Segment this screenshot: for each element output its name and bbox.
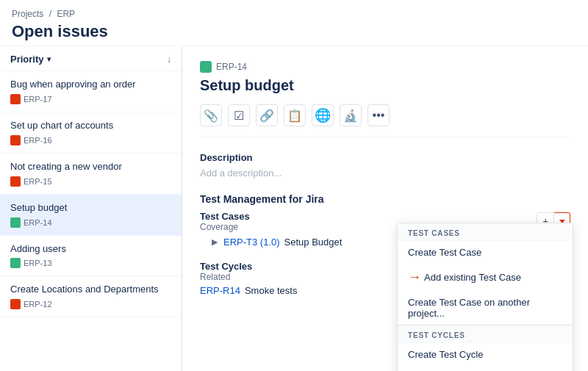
issue-badge-red: [10, 94, 21, 104]
list-item[interactable]: Set up chart of accounts ERP-16: [0, 112, 182, 154]
breadcrumb-projects[interactable]: Projects: [12, 9, 43, 19]
test-cycles-section-header: TEST CYCLES: [398, 325, 573, 343]
create-test-case-item[interactable]: Create Test Case: [398, 241, 573, 264]
issue-badge-red: [10, 299, 21, 309]
dropdown-menu: TEST CASES Create Test Case → Add existi…: [397, 223, 573, 371]
description-label: Description: [200, 152, 570, 163]
list-item-active[interactable]: Setup budget ERP-14: [0, 195, 182, 236]
doc-icon[interactable]: 📋: [284, 104, 306, 126]
link-icon[interactable]: 🔗: [256, 104, 278, 126]
list-item[interactable]: Create Locations and Departments ERP-12: [0, 276, 182, 317]
issue-list: Priority ▾ ↓ Bug when approving an order…: [0, 46, 182, 371]
issue-detail-title: Setup budget: [200, 77, 570, 94]
toolbar: 📎 ☑ 🔗 📋 🌐 🔬 •••: [200, 104, 570, 137]
issue-name: Setup budget: [10, 202, 171, 215]
issue-id-row: ERP-15: [10, 176, 171, 187]
issue-id: ERP-13: [24, 259, 52, 267]
app-container: Projects / ERP Open issues Priority ▾ ↓ …: [0, 0, 588, 371]
issue-name: Adding users: [10, 243, 171, 256]
page-title: Open issues: [12, 22, 576, 41]
issue-id: ERP-16: [24, 136, 52, 145]
test-cases-label: Test Cases: [200, 211, 537, 222]
add-existing-test-cycle-item[interactable]: → Add existing Test Cycle: [398, 366, 573, 371]
issue-id-row: ERP-17: [10, 94, 171, 104]
main-content: Priority ▾ ↓ Bug when approving an order…: [0, 46, 588, 371]
issue-badge-red: [10, 176, 21, 187]
test-case-name: Setup Budget: [284, 237, 343, 248]
more-icon[interactable]: •••: [368, 104, 390, 126]
test-cases-section-header: TEST CASES: [398, 223, 573, 241]
create-test-case-another-item[interactable]: Create Test Case on another project...: [398, 291, 573, 325]
issue-id: ERP-14: [24, 218, 52, 227]
issue-name: Not creating a new vendor: [10, 161, 171, 173]
breadcrumb-project[interactable]: ERP: [57, 9, 75, 19]
attachment-icon[interactable]: 📎: [200, 104, 222, 126]
issue-id-row: ERP-16: [10, 135, 171, 145]
description-placeholder[interactable]: Add a description...: [200, 168, 570, 179]
list-header: Priority ▾ ↓: [0, 46, 182, 71]
issue-name: Create Locations and Departments: [10, 284, 171, 296]
user-icon[interactable]: 🌐: [312, 104, 334, 126]
list-item[interactable]: Bug when approving an order ERP-17: [0, 71, 182, 112]
add-existing-test-case-item[interactable]: → Add existing Test Case: [398, 264, 573, 291]
issue-badge-red: [10, 135, 21, 145]
issue-name: Bug when approving an order: [10, 79, 171, 91]
detail-panel: ERP-14 Setup budget 📎 ☑ 🔗 📋 🌐 🔬 ••• Desc…: [182, 46, 588, 371]
priority-label: Priority: [10, 54, 44, 65]
issue-header-id-text: ERP-14: [216, 62, 247, 72]
add-existing-test-case-label: Add existing Test Case: [424, 272, 521, 283]
issue-id-row: ERP-12: [10, 299, 171, 309]
issue-name: Set up chart of accounts: [10, 120, 171, 132]
chevron-down-icon: ▾: [47, 55, 51, 63]
tm-title: Test Management for Jira: [200, 193, 570, 205]
list-item[interactable]: Adding users ERP-13: [0, 236, 182, 277]
sort-icon[interactable]: ↓: [167, 54, 171, 65]
cycle-link[interactable]: ERP-R14: [200, 285, 240, 296]
issue-header-badge: [200, 61, 212, 73]
issue-badge-green: [10, 258, 21, 268]
header: Projects / ERP Open issues: [0, 0, 588, 46]
checklist-icon[interactable]: ☑: [228, 104, 250, 126]
breadcrumb: Projects / ERP: [12, 9, 576, 19]
issue-id: ERP-12: [24, 300, 52, 309]
breadcrumb-separator: /: [49, 9, 51, 19]
issue-badge-green: [10, 217, 21, 228]
issue-header-id: ERP-14: [200, 61, 570, 73]
issue-id: ERP-17: [24, 95, 52, 104]
issue-id-row: ERP-13: [10, 258, 171, 268]
create-test-cycle-item[interactable]: Create Test Cycle: [398, 343, 573, 366]
test-case-link[interactable]: ERP-T3 (1.0): [223, 237, 280, 248]
issue-id-row: ERP-14: [10, 217, 171, 228]
flask-icon[interactable]: 🔬: [340, 104, 362, 126]
cycle-name: Smoke tests: [245, 285, 298, 296]
list-item[interactable]: Not creating a new vendor ERP-15: [0, 154, 182, 195]
issue-id: ERP-15: [24, 177, 52, 186]
priority-filter[interactable]: Priority ▾: [10, 54, 51, 65]
arrow-right-icon: →: [408, 270, 421, 285]
expand-arrow-icon[interactable]: ▶: [212, 237, 218, 247]
